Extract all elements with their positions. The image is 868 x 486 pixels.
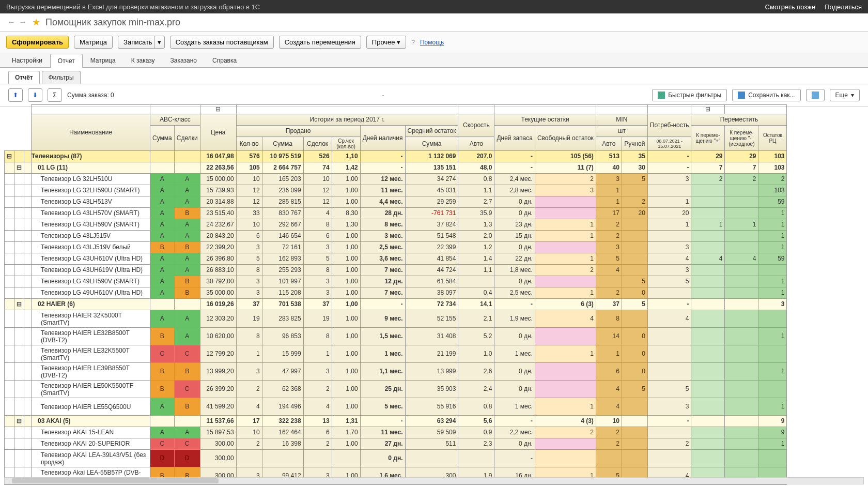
item-name[interactable]: Телевизор LG 43UH619V (Ultra HD) — [32, 265, 150, 276]
abc-sum-cell[interactable]: C — [150, 438, 175, 450]
collapse-toggle-icon[interactable] — [14, 151, 24, 162]
abc-sum-cell[interactable]: A — [150, 219, 175, 231]
abc-deals-cell[interactable]: A — [174, 196, 200, 208]
quick-filters-button[interactable]: Быстрые фильтры — [652, 89, 727, 101]
group-name[interactable]: 02 HAIER (6) — [32, 299, 150, 310]
tab-to-order[interactable]: К заказу — [123, 53, 163, 67]
item-name[interactable]: Телевизор LG 43LJ519V белый — [32, 242, 150, 253]
table-row[interactable]: Телевизор LG 43LJ515V A A 20 843,20 6146… — [5, 231, 787, 242]
item-name[interactable]: Телевизор HAIER LE55Q6500U — [32, 398, 150, 416]
nav-back-icon[interactable]: ← — [7, 18, 16, 27]
abc-deals-cell[interactable]: A — [174, 328, 200, 345]
item-name[interactable]: Телевизор AKAI LEA-39L43/V51 (без продаж… — [32, 450, 150, 467]
create-moves-button[interactable]: Создать перемещения — [279, 36, 361, 49]
collapse-toggle-icon[interactable]: ⊟ — [14, 299, 24, 310]
sigma-icon[interactable]: Σ — [48, 88, 62, 102]
collapse-left-icon[interactable]: ⊟ — [200, 105, 236, 114]
group-name[interactable]: 03 AKAI (5) — [32, 416, 150, 427]
abc-deals-cell[interactable]: A — [174, 310, 200, 328]
tab-settings[interactable]: Настройки — [4, 53, 50, 67]
table-row[interactable]: Телевизор LG 32LH510U A A 15 000,00 1016… — [5, 174, 787, 185]
item-name[interactable]: Телевизор HAIER LE39B8550T (DVB-T2) — [32, 363, 150, 381]
item-name[interactable]: Телевизор AKAI 20-SUPERIOR — [32, 438, 150, 450]
hdr-sold-deals[interactable]: Сделок — [303, 137, 332, 151]
group-name[interactable]: 01 LG (11) — [32, 162, 150, 174]
abc-deals-cell[interactable]: B — [174, 242, 200, 253]
abc-sum-cell[interactable]: B — [150, 363, 175, 381]
abc-sum-cell[interactable]: A — [150, 398, 175, 416]
item-name[interactable]: Телевизор LG 32LH510U — [32, 174, 150, 185]
other-button[interactable]: Прочее ▾ — [366, 36, 406, 49]
hdr-min-unit[interactable]: шт — [596, 126, 647, 137]
abc-sum-cell[interactable]: A — [150, 276, 175, 287]
tab-matrix[interactable]: Матрица — [83, 53, 123, 67]
item-name[interactable]: Телевизор LG 43UH610V (Ultra HD) — [32, 253, 150, 265]
group-row[interactable]: ⊟ Телевизоры (87) 16 047,98 57610 975 51… — [5, 151, 787, 162]
more-button[interactable]: Еще ▾ — [830, 89, 860, 101]
hdr-abc[interactable]: ABC-класс — [150, 114, 200, 126]
group-row[interactable]: ⊟ 03 AKAI (5) 11 537,66 17322 238131,31 … — [5, 416, 787, 427]
hdr-days[interactable]: Дней наличия — [360, 126, 405, 151]
arrow-up-icon[interactable]: ⬆ — [8, 88, 23, 102]
abc-deals-cell[interactable]: B — [174, 287, 200, 299]
collapse-toggle-icon[interactable] — [5, 299, 14, 310]
abc-sum-cell[interactable]: A — [150, 208, 175, 219]
table-row[interactable]: Телевизор HAIER LE50K5500TF (SmartTV) B … — [5, 381, 787, 398]
create-orders-button[interactable]: Создать заказы поставщикам — [170, 36, 274, 49]
hdr-avgstock[interactable]: Средний остаток — [405, 126, 458, 137]
hdr-sold[interactable]: Продано — [236, 126, 360, 137]
abc-deals-cell[interactable]: A — [174, 265, 200, 276]
help-link[interactable]: Помощь — [420, 39, 444, 46]
table-row[interactable]: Телевизор AKAI 15-LEAN A A 15 897,53 101… — [5, 427, 787, 438]
abc-sum-cell[interactable]: B — [150, 381, 175, 398]
item-name[interactable]: Телевизор HAIER LE32K5500T (SmartTV) — [32, 345, 150, 363]
arrow-down-icon[interactable]: ⬇ — [28, 88, 42, 102]
collapse-toggle-icon[interactable]: ⊟ — [14, 162, 24, 174]
write-dropdown-button[interactable]: ▾ — [154, 36, 165, 49]
table-row[interactable]: Телевизор LG 43LJ519V белый B B 22 399,2… — [5, 242, 787, 253]
item-name[interactable]: Телевизор LG 43LH570V (SMART) — [32, 208, 150, 219]
hdr-move3[interactable]: Остаток РЦ — [758, 126, 787, 151]
table-row[interactable]: Телевизор AKAI LEA-39L43/V51 (без продаж… — [5, 450, 787, 467]
hdr-history[interactable]: История за период 2017 г. — [236, 114, 458, 126]
table-row[interactable]: Телевизор LG 43UH610V (Ultra HD) A A 26 … — [5, 253, 787, 265]
collapse-toggle-icon[interactable]: ⊟ — [5, 151, 14, 162]
group-row[interactable]: ⊟ 02 HAIER (6) 16 019,26 37701 538371,00… — [5, 299, 787, 310]
scrollbar-thumb[interactable] — [12, 478, 219, 483]
item-name[interactable]: Телевизор LG 43LJ515V — [32, 231, 150, 242]
subtab-filters[interactable]: Фильтры — [42, 71, 81, 84]
table-row[interactable]: Телевизор LG 43LH570V (SMART) A B 23 515… — [5, 208, 787, 219]
abc-deals-cell[interactable]: B — [174, 276, 200, 287]
abc-deals-cell[interactable]: A — [174, 253, 200, 265]
abc-sum-cell[interactable]: A — [150, 427, 175, 438]
hdr-need-sub[interactable]: 08.07.2021 - 15.07.2021 — [647, 137, 691, 151]
hdr-move1[interactable]: К переме-щению "+" — [691, 126, 725, 151]
horizontal-scrollbar[interactable] — [4, 477, 864, 484]
abc-sum-cell[interactable]: D — [150, 450, 175, 467]
subtab-report[interactable]: Отчёт — [8, 71, 40, 84]
hdr-cur-free[interactable]: Свободный остаток — [535, 126, 596, 151]
form-button[interactable]: Сформировать — [6, 36, 69, 49]
collapse-right-icon[interactable]: ⊟ — [691, 105, 725, 114]
table-row[interactable]: Телевизор HAIER LE32K5500T (SmartTV) C C… — [5, 345, 787, 363]
abc-sum-cell[interactable]: A — [150, 310, 175, 328]
hdr-move[interactable]: Переместить — [691, 114, 787, 126]
abc-sum-cell[interactable]: A — [150, 185, 175, 196]
table-row[interactable]: Телевизор LG 32LH590U (SMART) A A 15 739… — [5, 185, 787, 196]
hdr-min[interactable]: MIN — [596, 114, 647, 126]
abc-deals-cell[interactable]: B — [174, 208, 200, 219]
table-row[interactable]: Телевизор LG 49UH610V (Ultra HD) A B 35 … — [5, 287, 787, 299]
abc-sum-cell[interactable]: A — [150, 174, 175, 185]
table-row[interactable]: Телевизор AKAI 20-SUPERIOR C C 300,00 21… — [5, 438, 787, 450]
abc-sum-cell[interactable]: A — [150, 265, 175, 276]
group-row[interactable]: ⊟ 01 LG (11) 22 263,56 1052 664 757741,4… — [5, 162, 787, 174]
abc-deals-cell[interactable]: A — [174, 219, 200, 231]
item-name[interactable]: Телевизор HAIER 32K5000T (SmartTV) — [32, 310, 150, 328]
hdr-avgstock-sum[interactable]: Сумма — [405, 137, 458, 151]
table-row[interactable]: Телевизор HAIER LE39B8550T (DVB-T2) B B … — [5, 363, 787, 381]
abc-sum-cell[interactable]: A — [150, 231, 175, 242]
hdr-move2[interactable]: К переме-щению "-" (исходное) — [725, 126, 758, 151]
abc-sum-cell[interactable]: A — [150, 253, 175, 265]
abc-sum-cell[interactable]: B — [150, 328, 175, 345]
hdr-min-auto[interactable]: Авто — [596, 137, 622, 151]
